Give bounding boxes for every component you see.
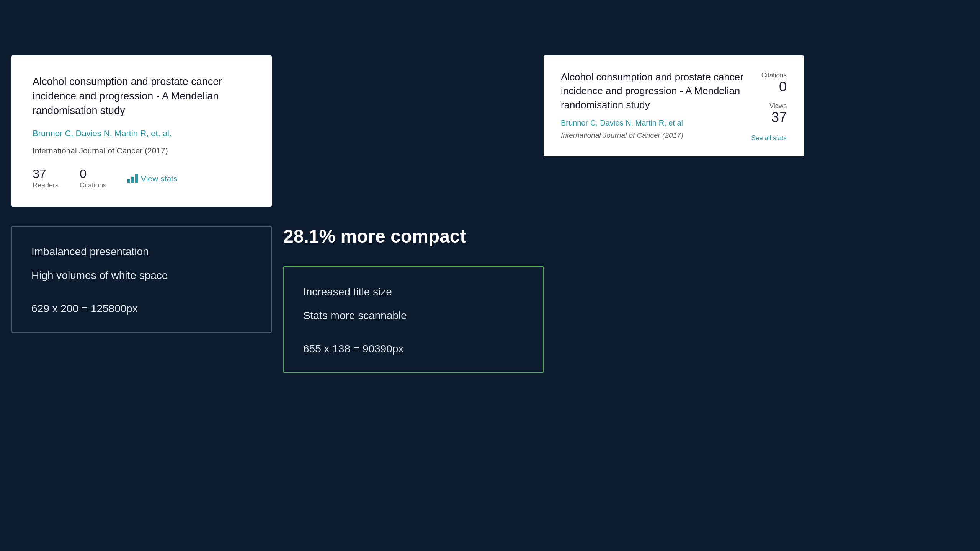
new-views-stat: Views 37 <box>769 101 787 124</box>
readers-stat: 37 Readers <box>33 168 59 189</box>
new-citations-label: Citations <box>761 72 787 79</box>
old-paper-card: Alcohol consumption and prostate cancer … <box>11 55 272 207</box>
citations-stat: 0 Citations <box>80 168 106 189</box>
new-card-stats: Citations 0 Views 37 See all stats <box>751 70 787 142</box>
citations-label: Citations <box>80 181 106 189</box>
new-citations-stat: Citations 0 <box>761 70 787 94</box>
new-annotation-text: Increased title size Stats more scannabl… <box>303 284 524 331</box>
citations-count: 0 <box>80 168 87 180</box>
new-citations-count: 0 <box>779 80 787 94</box>
new-card-content: Alcohol consumption and prostate cancer … <box>561 70 743 140</box>
old-card-title: Alcohol consumption and prostate cancer … <box>33 75 251 118</box>
new-card-authors[interactable]: Brunner C, Davies N, Martin R, et al <box>561 119 743 127</box>
readers-count: 37 <box>33 168 46 180</box>
old-annotation-text: Imbalanced presentation High volumes of … <box>31 244 252 291</box>
new-annotation-box: Increased title size Stats more scannabl… <box>283 266 544 373</box>
new-annotation-line2: Stats more scannable <box>303 308 524 324</box>
old-annotation-line2: High volumes of white space <box>31 267 252 284</box>
new-dimension-text: 655 x 138 = 90390px <box>303 331 524 355</box>
new-card-title: Alcohol consumption and prostate cancer … <box>561 70 743 112</box>
new-views-label: Views <box>769 102 787 110</box>
compact-percentage-label: 28.1% more compact <box>283 226 544 247</box>
new-card-journal: International Journal of Cancer (2017) <box>561 131 743 140</box>
see-all-stats-link[interactable]: See all stats <box>751 134 787 142</box>
old-dimension-text: 629 x 200 = 125800px <box>31 291 252 315</box>
new-paper-card: Alcohol consumption and prostate cancer … <box>544 55 804 156</box>
old-card-stats: 37 Readers 0 Citations View stats <box>33 168 251 189</box>
old-annotation-box: Imbalanced presentation High volumes of … <box>11 226 272 333</box>
old-annotation-line1: Imbalanced presentation <box>31 244 252 260</box>
old-card-journal: International Journal of Cancer (2017) <box>33 146 251 155</box>
readers-label: Readers <box>33 181 59 189</box>
view-stats-label: View stats <box>141 174 177 183</box>
old-card-authors[interactable]: Brunner C, Davies N, Martin R, et. al. <box>33 129 251 139</box>
bar-chart-icon <box>127 174 138 183</box>
view-stats-button[interactable]: View stats <box>127 174 177 183</box>
new-views-count: 37 <box>771 111 787 124</box>
new-annotation-line1: Increased title size <box>303 284 524 300</box>
